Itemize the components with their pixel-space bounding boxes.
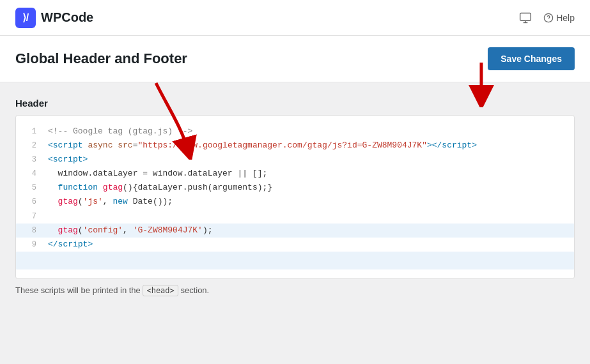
logo-icon: ⟩/ <box>15 8 36 28</box>
save-changes-button[interactable]: Save Changes <box>488 47 575 70</box>
code-line-1: 1 <!-- Google tag (gtag.js) --> <box>16 125 574 139</box>
line-content-8: gtag('config', 'G-ZW8M904J7K'); <box>48 224 213 238</box>
page-title: Global Header and Footer <box>15 50 187 67</box>
logo: ⟩/ WPCode <box>15 8 93 28</box>
line-num-8: 8 <box>24 224 36 237</box>
code-line-8: 8 gtag('config', 'G-ZW8M904J7K'); <box>16 224 574 238</box>
line-num-1: 1 <box>24 125 36 138</box>
page-header: Global Header and Footer Save Changes <box>0 36 590 82</box>
footer-note: These scripts will be printed in the <he… <box>15 285 575 295</box>
topbar-right: Help <box>519 11 575 24</box>
svg-rect-0 <box>520 13 531 20</box>
line-num-7: 7 <box>24 210 36 223</box>
line-content-3: <script> <box>48 153 88 167</box>
line-content-7 <box>48 209 53 224</box>
line-num-6: 6 <box>24 195 36 208</box>
line-content-5: function gtag(){dataLayer.push(arguments… <box>48 181 272 195</box>
footer-note-code: <head> <box>143 285 178 296</box>
line-content-9: </script> <box>48 238 93 252</box>
code-editor-wrapper: 1 <!-- Google tag (gtag.js) --> 2 <scrip… <box>15 115 575 279</box>
line-num-3: 3 <box>24 153 36 166</box>
code-line-3: 3 <script> <box>16 153 574 167</box>
code-line-6: 6 gtag('js', new Date()); <box>16 195 574 209</box>
line-content-6: gtag('js', new Date()); <box>48 195 173 209</box>
help-label: Help <box>556 13 575 23</box>
footer-note-before: These scripts will be printed in the <box>15 285 143 295</box>
line-content-4: window.dataLayer = window.dataLayer || [… <box>48 167 267 181</box>
logo-text: WPCode <box>41 10 93 25</box>
monitor-icon[interactable] <box>519 11 532 24</box>
code-line-10 <box>16 252 574 269</box>
code-line-4: 4 window.dataLayer = window.dataLayer ||… <box>16 167 574 181</box>
code-editor[interactable]: 1 <!-- Google tag (gtag.js) --> 2 <scrip… <box>15 115 575 279</box>
line-num-4: 4 <box>24 167 36 180</box>
line-num-2: 2 <box>24 139 36 152</box>
header-section-title: Header <box>15 98 575 109</box>
code-line-7: 7 <box>16 209 574 224</box>
line-num-9: 9 <box>24 238 36 251</box>
footer-note-after: section. <box>178 285 209 295</box>
line-content-2: <script async src="https://www.googletag… <box>48 139 477 153</box>
svg-point-3 <box>545 13 553 22</box>
content: Header 1 <!-- Google ta <box>0 82 590 310</box>
topbar: ⟩/ WPCode Help <box>0 0 590 36</box>
code-line-5: 5 function gtag(){dataLayer.push(argumen… <box>16 181 574 195</box>
help-link[interactable]: Help <box>543 13 575 23</box>
line-num-5: 5 <box>24 181 36 194</box>
code-line-2: 2 <script async src="https://www.googlet… <box>16 139 574 153</box>
code-lines: 1 <!-- Google tag (gtag.js) --> 2 <scrip… <box>16 116 574 278</box>
code-line-9: 9 </script> <box>16 238 574 252</box>
line-content-1: <!-- Google tag (gtag.js) --> <box>48 125 192 139</box>
